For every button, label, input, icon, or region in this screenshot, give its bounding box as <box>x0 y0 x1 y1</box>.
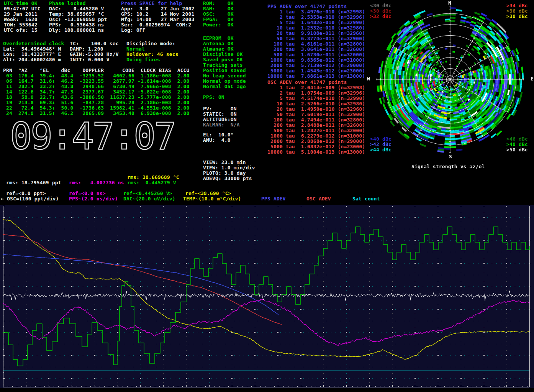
text-line: Almanac OK <box>203 46 246 52</box>
text-line: FPGA: OK <box>203 17 234 22</box>
text-line: Normal <box>126 46 179 52</box>
compass-north: N <box>448 0 451 6</box>
utc-time-block: 09:47:07 UTC29 Jan 2011Week: 1620TOW: 55… <box>4 6 41 33</box>
text-line: Saved posn OK <box>203 57 246 62</box>
legend-osc-adev: OSC ADEV <box>306 196 331 202</box>
scale-osc: ← OSC=(100 ppt/div) <box>1 196 59 202</box>
compass-south: S <box>449 154 452 159</box>
adev-table-row: 2 tau 2.5353e-010 (n=32996) <box>267 15 365 20</box>
adev-table-row: 2 tau 1.0754e-009 (n=32996) <box>267 90 365 96</box>
help-hint: Press SPACE for help <box>121 1 182 6</box>
text-line: Lat: 54.4964948° N <box>3 46 61 52</box>
adev-table-row: 2000 tau 5.7139e-012 (n=29000) <box>267 63 365 68</box>
rms-dac: rms: 0.445279 V <box>127 180 176 185</box>
ref-osc: ref=<0.0 ppt> <box>6 191 46 196</box>
text-line: Week: 1620 <box>4 17 41 22</box>
scale-dac: DAC~(20.0 uV/div) <box>123 196 175 202</box>
text-line: ALTITUDE:ON <box>203 117 240 122</box>
compass-west: W <box>367 76 370 82</box>
compass-east: E <box>531 76 534 82</box>
text-line: Tracking sats <box>203 62 246 68</box>
sat-table-row: 14 122.6 34.7↑ 47.3 2377.67 3452.17 -5.8… <box>3 89 190 95</box>
rms-osc: rms: 18.795469 ppt <box>6 180 61 185</box>
text-line: Normal OSC age <box>203 84 246 89</box>
adev-table-row: 200 tau 2.8488e-011 (n=32600) <box>267 123 365 128</box>
dbc-legend-lt30: <30 dBc <box>370 3 391 8</box>
adev-table-row: 10 tau 1.2532e-010 (n=32980) <box>267 25 365 31</box>
text-line: Discipline OK <box>203 52 246 57</box>
adev-table-row: 500 tau 1.2827e-011 (n=32000) <box>267 128 365 133</box>
text-line: VIEW: 23.0 min <box>203 160 255 165</box>
loop-params-block: TC: 100.0 secDAMP: 1.200GAIN:-5.000 Hz/V… <box>70 41 119 62</box>
adev-table-row: 50 tau 6.3774e-011 (n=32900) <box>267 36 365 41</box>
text-line: Holdover: 46 secs <box>126 52 179 57</box>
text-line: Normal op mode <box>203 79 246 84</box>
legend-pps-adev: PPS ADEV <box>261 196 286 202</box>
big-digital-clock: 09:47:07 <box>10 115 175 158</box>
position-mode-header: Overdetermined clock <box>3 41 64 46</box>
ref-pps: ref=<0.0 ns> <box>69 191 106 196</box>
ref-temp: ref~<38.690 °C> <box>185 191 231 196</box>
text-line: Log: OFF <box>121 28 194 33</box>
adev-table-row: 1000 tau 6.2279e-012 (n=31000) <box>267 133 365 139</box>
dbc-legend-gt36: >36 dBc <box>506 8 528 14</box>
adev-table-title: OSC ADEV over 41747 points <box>267 80 365 85</box>
polar-signal-map[interactable] <box>369 3 531 156</box>
sat-table-row: 11 282.4 33.2↑ 48.8 2948.66 6730.49 7.96… <box>3 84 190 89</box>
legend-sat-count: Sat count <box>352 196 380 202</box>
dbc-legend-gt48: >48 dBc <box>506 142 528 147</box>
adev-table-row: 5 tau 4.5174e-010 (n=32990) <box>267 96 365 101</box>
adev-table-row: 5000 tau 1.0832e-012 (n=23000) <box>267 144 365 149</box>
dbc-legend-gt38: >38 dBc <box>506 14 528 19</box>
text-line: Alt: 204.46002480 m <box>3 57 61 62</box>
text-line: OSC: OK <box>203 11 234 17</box>
text-line: EL: 10.0° <box>203 132 234 138</box>
adev-table-row: 20 tau 1.4950e-010 (n=32960) <box>267 107 365 112</box>
sat-table-row: 18 58.0 22.7↓ 43.6 -3006.50 11637.23 -5.… <box>3 95 190 100</box>
strip-chart-plot[interactable] <box>0 205 534 392</box>
text-line: EEPROM OK <box>203 36 246 41</box>
text-line: AMU: 4.0 <box>203 138 234 143</box>
text-line: ADEVQ: 33000 pts <box>203 176 255 181</box>
discipline-block: NormalHoldover: 46 secsDoing fixes <box>126 46 179 62</box>
text-line: TOW: 553642 <box>4 22 41 28</box>
scale-pps: PPS~(2.0 ns/div) <box>69 196 118 202</box>
dbc-legend-gt50: >50 dBc <box>506 147 528 153</box>
adev-table-title: PPS ADEV over 41747 points <box>267 4 365 9</box>
version-block: App: 3.0 27 Jun 2002GPS: 10.2 14 Nov 200… <box>121 6 194 33</box>
adev-table-row: 20 tau 9.9108e-011 (n=32960) <box>267 31 365 36</box>
text-line: Temp: 38.659657 °C <box>49 11 107 17</box>
text-line: KALMAN: N/A <box>203 122 240 128</box>
text-line: STATIC: ON <box>203 112 240 117</box>
adev-table-row: 5000 tau 1.4543e-012 (n=23000) <box>267 68 365 74</box>
dbc-legend-gt32: >32 dBc <box>370 14 391 19</box>
ref-dac: ref~<0.445260 V> <box>123 191 172 196</box>
fix-mode-list: PV: ONSTATIC: ONALTITUDE:ONKALMAN: N/A <box>203 106 240 128</box>
sat-table-row: 06 164.7 31.8↓ 46.2 -3223.55 2877.97 -1.… <box>3 79 190 84</box>
rms-temp: rms: 38.669689 °C <box>127 175 179 180</box>
text-line: Lon: 18.4333777° E <box>3 52 61 57</box>
text-line: Power: OK <box>203 22 234 28</box>
adev-table-row: 10 tau 2.5266e-010 (n=32980) <box>267 101 365 107</box>
phase-status-header: Phase locked <box>49 1 86 6</box>
text-line: GAIN:-5.000 Hz/V <box>70 52 119 57</box>
rms-pps: rms: 4.007736 ns <box>69 180 124 185</box>
adev-table-row: 500 tau 1.6730e-011 (n=32000) <box>267 52 365 57</box>
lady-heather-window: UTC time OK 09:47:07 UTC29 Jan 2011Week:… <box>0 0 534 392</box>
view-info-block: VIEW: 23.0 minVIEW: 1.0 min/divPLOTQ: 3.… <box>203 160 255 181</box>
adev-table-row: 10000 tau 5.1004e-013 (n=13000) <box>267 149 365 155</box>
text-line: PPS↑ 0.536438 ns <box>49 22 107 28</box>
position-block: Lat: 54.4964948° NLon: 18.4333777° EAlt:… <box>3 46 61 62</box>
text-line: DAC: 0.445280 V <box>49 6 107 11</box>
dbc-legend-gt34: >34 dBc <box>506 3 528 8</box>
adev-table-row: 10000 tau 7.8861e-013 (n=13000) <box>267 74 365 79</box>
receiver-status-list: ROM: OKRAM: OKOSC: OKFPGA: OKPower: OK <box>203 1 234 28</box>
text-line: Mfg: 14:00 27 Mar 2003 <box>121 17 194 22</box>
text-line: DAMP: 1.200 <box>70 46 119 52</box>
text-line: PV: ON <box>203 106 240 112</box>
scale-temp: TEMP~(10.0 m°C/div) <box>183 196 241 202</box>
sat-table-row: 03 176.4 39.4↓ 48.4 -3235.52 4602.66 1.1… <box>3 73 190 79</box>
text-line: TC: 100.0 sec <box>70 41 119 46</box>
text-line: Dly: 100.000001 ns <box>49 28 107 33</box>
adev-table-row: 200 tau 3.0641e-011 (n=32600) <box>267 47 365 52</box>
